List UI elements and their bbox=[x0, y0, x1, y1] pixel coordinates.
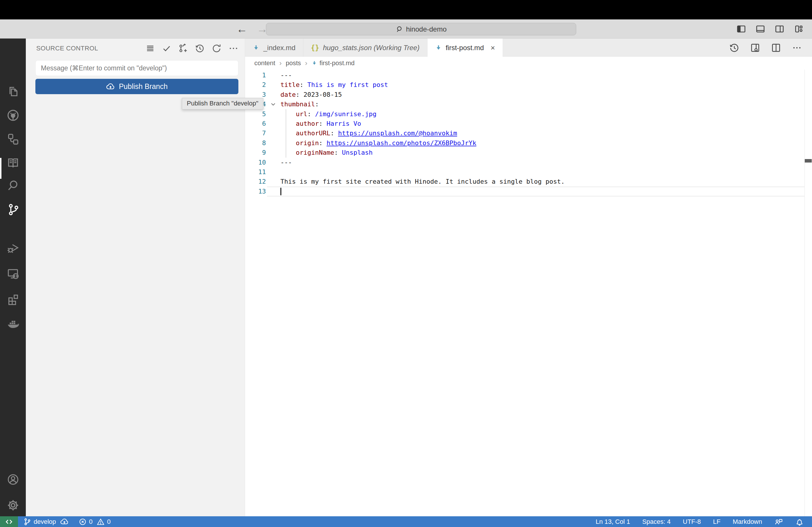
branch-status[interactable]: develop bbox=[23, 517, 69, 526]
encoding-status[interactable]: UTF-8 bbox=[683, 518, 701, 526]
code-line[interactable]: 8 origin: https://unsplash.com/photos/ZX… bbox=[245, 138, 812, 148]
eol-status[interactable]: LF bbox=[713, 518, 721, 526]
split-editor-icon[interactable] bbox=[771, 43, 781, 53]
code-text: This is my first site created with Hinod… bbox=[280, 177, 565, 186]
code-line[interactable]: 13 bbox=[245, 186, 812, 196]
run-and-debug-icon[interactable] bbox=[0, 238, 26, 257]
line-number: 13 bbox=[245, 186, 266, 196]
problems-status[interactable]: 0 0 bbox=[78, 518, 111, 526]
feedback-icon[interactable] bbox=[774, 517, 783, 526]
breadcrumb-folder[interactable]: content bbox=[254, 59, 275, 67]
markdown-file-icon bbox=[252, 44, 260, 51]
fold-gutter bbox=[266, 119, 280, 129]
accounts-icon[interactable] bbox=[0, 470, 26, 489]
breadcrumb-folder[interactable]: posts bbox=[286, 59, 301, 67]
tab-label: first-post.md bbox=[446, 44, 484, 52]
json-file-icon: {} bbox=[311, 44, 319, 52]
fold-gutter bbox=[266, 167, 280, 177]
references-icon[interactable] bbox=[0, 130, 26, 148]
remote-indicator[interactable] bbox=[0, 516, 18, 527]
source-control-sidebar: SOURCE CONTROL bbox=[26, 39, 245, 516]
notifications-bell-icon[interactable] bbox=[795, 517, 804, 526]
history-icon[interactable] bbox=[195, 43, 205, 53]
language-mode-status[interactable]: Markdown bbox=[733, 518, 762, 526]
chevron-right-icon: › bbox=[279, 59, 281, 67]
code-line[interactable]: 5 url: /img/sunrise.jpg bbox=[245, 109, 812, 119]
remote-explorer-icon[interactable] bbox=[0, 265, 26, 283]
titlebar: ← → hinode-demo bbox=[0, 19, 812, 39]
code-line[interactable]: 1--- bbox=[245, 71, 812, 80]
docs-book-icon[interactable] bbox=[0, 154, 26, 172]
tab-bar: _index.md {} hugo_stats.json (Working Tr… bbox=[245, 39, 812, 57]
code-line[interactable]: 12This is my first site created with Hin… bbox=[245, 177, 812, 186]
open-preview-to-side-icon[interactable] bbox=[750, 43, 760, 53]
code-line[interactable]: 6 author: Harris Vo bbox=[245, 119, 812, 129]
command-center-title: hinode-demo bbox=[406, 25, 447, 33]
search-view-icon[interactable] bbox=[0, 176, 26, 195]
editor-more-actions-icon[interactable] bbox=[792, 43, 802, 53]
settings-gear-icon[interactable] bbox=[0, 496, 26, 514]
toggle-panel-icon[interactable] bbox=[755, 24, 766, 34]
tab-hugo-stats-json[interactable]: {} hugo_stats.json (Working Tree) bbox=[303, 39, 427, 57]
code-text: authorURL: https://unsplash.com/@hoanvok… bbox=[280, 129, 457, 138]
breadcrumb-file[interactable]: first-post.md bbox=[311, 59, 355, 67]
code-line[interactable]: 9 originName: Unsplash bbox=[245, 148, 812, 157]
toggle-secondary-sidebar-icon[interactable] bbox=[774, 24, 785, 34]
code-line[interactable]: 10--- bbox=[245, 157, 812, 167]
docker-icon[interactable] bbox=[0, 315, 26, 333]
code-line[interactable]: 11 bbox=[245, 167, 812, 177]
code-text: --- bbox=[280, 157, 292, 167]
command-center-search[interactable]: hinode-demo bbox=[266, 23, 576, 35]
explorer-icon[interactable] bbox=[0, 82, 26, 101]
tab-label: hugo_stats.json (Working Tree) bbox=[323, 44, 420, 52]
github-icon[interactable] bbox=[0, 106, 26, 124]
line-number: 11 bbox=[245, 167, 266, 177]
publish-branch-button[interactable]: Publish Branch bbox=[35, 79, 238, 94]
error-count: 0 bbox=[89, 518, 92, 526]
more-actions-icon[interactable] bbox=[229, 43, 238, 53]
code-text: originName: Unsplash bbox=[280, 148, 373, 157]
search-icon bbox=[395, 26, 403, 33]
tab-close-icon[interactable]: × bbox=[491, 44, 495, 51]
code-line[interactable]: 3date: 2023-08-15 bbox=[245, 90, 812, 100]
code-text: origin: https://unsplash.com/photos/ZX6B… bbox=[280, 138, 477, 148]
fold-chevron-icon[interactable] bbox=[266, 100, 280, 109]
text-cursor bbox=[280, 188, 281, 195]
refresh-icon[interactable] bbox=[212, 43, 221, 53]
tab-label: _index.md bbox=[263, 44, 295, 52]
cloud-upload-icon bbox=[106, 82, 115, 91]
extensions-icon[interactable] bbox=[0, 290, 26, 308]
error-icon bbox=[78, 518, 87, 526]
navigate-back-icon[interactable]: ← bbox=[236, 23, 247, 35]
git-branch-icon bbox=[23, 518, 31, 526]
source-control-icon[interactable] bbox=[0, 200, 26, 219]
fold-gutter bbox=[266, 157, 280, 167]
fold-gutter bbox=[266, 90, 280, 100]
code-editor[interactable]: 1---2title: This is my first post3date: … bbox=[245, 70, 812, 516]
code-line[interactable]: 7 authorURL: https://unsplash.com/@hoanv… bbox=[245, 129, 812, 138]
fold-gutter bbox=[266, 80, 280, 90]
timeline-history-icon[interactable] bbox=[729, 43, 740, 53]
customize-layout-icon[interactable] bbox=[794, 24, 804, 34]
code-text: title: This is my first post bbox=[280, 80, 388, 90]
commit-check-icon[interactable] bbox=[162, 44, 171, 53]
indentation-status[interactable]: Spaces: 4 bbox=[642, 518, 671, 526]
view-as-list-icon[interactable] bbox=[146, 44, 155, 53]
tab-index-md[interactable]: _index.md bbox=[245, 39, 303, 57]
commit-message-input[interactable] bbox=[35, 60, 238, 76]
toggle-primary-sidebar-icon[interactable] bbox=[736, 24, 746, 34]
line-number: 12 bbox=[245, 177, 266, 186]
code-line[interactable]: 2title: This is my first post bbox=[245, 80, 812, 90]
markdown-file-icon bbox=[311, 60, 317, 66]
code-text: thumbnail: bbox=[280, 100, 319, 109]
create-branch-icon[interactable] bbox=[178, 43, 188, 53]
line-number: 1 bbox=[245, 71, 266, 80]
fold-gutter bbox=[266, 109, 280, 119]
fold-gutter bbox=[266, 129, 280, 138]
status-bar: develop 0 0 Ln 13, Col 1 Spaces: 4 UTF-8… bbox=[0, 516, 812, 527]
code-text: date: 2023-08-15 bbox=[280, 90, 342, 100]
code-line[interactable]: 4thumbnail: bbox=[245, 100, 812, 109]
overview-ruler[interactable] bbox=[804, 70, 812, 516]
cursor-position-status[interactable]: Ln 13, Col 1 bbox=[596, 518, 630, 526]
tab-first-post-md[interactable]: first-post.md × bbox=[427, 39, 503, 57]
